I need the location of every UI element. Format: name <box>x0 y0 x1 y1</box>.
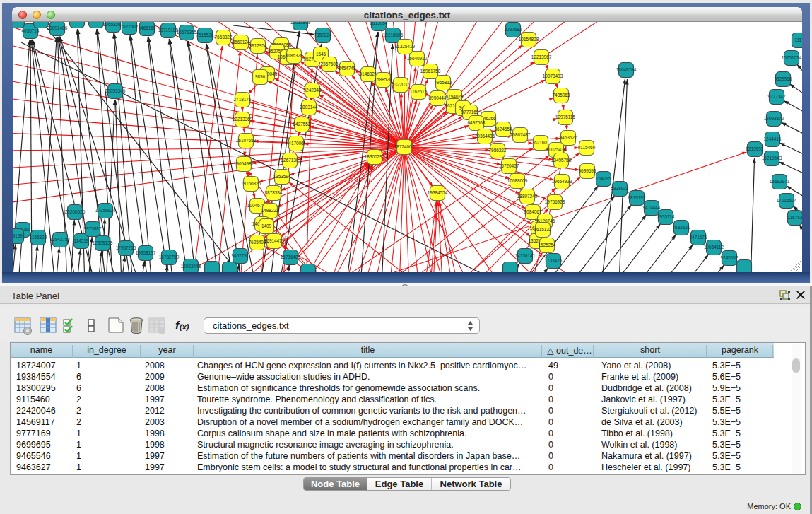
svg-text:12505135: 12505135 <box>93 240 113 245</box>
svg-text:19166825: 19166825 <box>241 181 261 186</box>
svg-text:20891406: 20891406 <box>47 25 68 30</box>
svg-text:2803144: 2803144 <box>300 105 318 110</box>
svg-text:3624554: 3624554 <box>495 127 512 132</box>
svg-text:15716485: 15716485 <box>281 255 301 259</box>
svg-text:1353594: 1353594 <box>273 174 291 179</box>
svg-text:12975115: 12975115 <box>555 115 575 119</box>
svg-text:7485063: 7485063 <box>553 93 570 98</box>
svg-text:2087682: 2087682 <box>505 27 522 32</box>
svg-text:8454749: 8454749 <box>339 66 356 71</box>
svg-text:8660124: 8660124 <box>233 40 250 45</box>
svg-text:19654923: 19654923 <box>552 179 572 184</box>
svg-text:8990444: 8990444 <box>429 95 447 100</box>
svg-text:8186328: 8186328 <box>286 53 303 58</box>
svg-text:12213369: 12213369 <box>233 117 253 122</box>
svg-text:5322037: 5322037 <box>392 82 410 87</box>
svg-text:12923448: 12923448 <box>181 264 201 269</box>
svg-text:1615132: 1615132 <box>534 227 552 232</box>
svg-text:15751074: 15751074 <box>782 55 802 60</box>
svg-text:164095: 164095 <box>596 176 611 181</box>
svg-text:12942757: 12942757 <box>50 237 71 242</box>
svg-text:10654112: 10654112 <box>704 245 724 250</box>
svg-text:10025438: 10025438 <box>546 147 567 152</box>
svg-text:1588520: 1588520 <box>375 77 392 82</box>
svg-text:4055714: 4055714 <box>22 28 40 33</box>
svg-text:10688609: 10688609 <box>507 178 528 183</box>
svg-text:9896: 9896 <box>255 74 266 79</box>
svg-text:12213967: 12213967 <box>531 54 552 59</box>
svg-text:39159: 39159 <box>13 233 23 238</box>
svg-text:15720407: 15720407 <box>499 163 519 168</box>
svg-text:8471676: 8471676 <box>690 235 707 240</box>
svg-text:1409: 1409 <box>261 223 272 228</box>
svg-text:8215953: 8215953 <box>746 146 764 151</box>
svg-text:17016504: 17016504 <box>777 198 797 203</box>
svg-text:9463627: 9463627 <box>560 135 577 140</box>
svg-text:19384554: 19384554 <box>428 190 448 195</box>
svg-text:114519: 114519 <box>74 238 89 243</box>
svg-text:19958137: 19958137 <box>136 250 156 255</box>
svg-text:16782759: 16782759 <box>159 255 180 259</box>
svg-text:11325419: 11325419 <box>395 44 415 49</box>
svg-text:1498222: 1498222 <box>261 208 279 213</box>
svg-text:1525254: 1525254 <box>539 243 556 247</box>
svg-text:7955812: 7955812 <box>435 80 452 85</box>
svg-text:5938923: 5938923 <box>611 186 629 191</box>
svg-text:1546: 1546 <box>316 52 326 57</box>
svg-text:16640910: 16640910 <box>407 56 428 61</box>
svg-text:16961758: 16961758 <box>420 69 441 74</box>
svg-text:16107553: 16107553 <box>236 138 257 143</box>
svg-text:1527602: 1527602 <box>121 24 139 29</box>
svg-text:10719185: 10719185 <box>158 28 179 33</box>
svg-text:6497568: 6497568 <box>468 120 486 125</box>
svg-text:10154808: 10154808 <box>519 37 539 42</box>
svg-text:15692971: 15692971 <box>770 179 790 184</box>
svg-text:62160: 62160 <box>534 140 547 145</box>
svg-text:8878334: 8878334 <box>265 190 283 195</box>
svg-text:19756928: 19756928 <box>545 199 565 204</box>
svg-text:8427552: 8427552 <box>293 122 311 127</box>
svg-text:10807487: 10807487 <box>510 132 531 137</box>
svg-text:17359924: 17359924 <box>95 208 116 213</box>
svg-text:7632621: 7632621 <box>673 225 690 230</box>
svg-text:9245052: 9245052 <box>721 255 739 260</box>
svg-text:9146821: 9146821 <box>360 71 377 76</box>
svg-text:9975887: 9975887 <box>84 226 102 231</box>
svg-text:18300295: 18300295 <box>365 154 385 159</box>
svg-text:2935114: 2935114 <box>657 214 675 219</box>
svg-text:1733426: 1733426 <box>545 258 563 263</box>
svg-text:9457791: 9457791 <box>232 253 249 258</box>
svg-text:18807249: 18807249 <box>517 194 538 199</box>
svg-text:19654982: 19654982 <box>234 161 254 166</box>
svg-text:7986322: 7986322 <box>489 148 507 153</box>
svg-text:3912954: 3912954 <box>249 43 267 48</box>
svg-text:16671355: 16671355 <box>177 30 197 35</box>
svg-text:2718176: 2718176 <box>234 97 252 102</box>
svg-text:417006: 417006 <box>288 141 304 146</box>
svg-text:16033809: 16033809 <box>290 22 311 25</box>
svg-text:1156829: 1156829 <box>30 235 47 240</box>
svg-text:17957255: 17957255 <box>116 245 136 250</box>
svg-text:1244415: 1244415 <box>764 136 782 141</box>
svg-text:14136141: 14136141 <box>515 253 536 258</box>
svg-text:9227342: 9227342 <box>768 94 786 99</box>
svg-text:9329966: 9329966 <box>775 76 792 81</box>
svg-text:9699695: 9699695 <box>579 168 596 173</box>
svg-text:9777169: 9777169 <box>461 110 479 115</box>
svg-text:8813054: 8813054 <box>370 22 388 25</box>
svg-text:2367608: 2367608 <box>321 62 339 66</box>
svg-text:13495758: 13495758 <box>551 158 572 163</box>
svg-text:20206526: 20206526 <box>65 209 86 214</box>
svg-text:10973493: 10973493 <box>543 74 563 78</box>
svg-text:6879197: 6879197 <box>628 195 646 200</box>
svg-text:7357224: 7357224 <box>314 33 332 37</box>
svg-text:116753: 116753 <box>788 215 802 220</box>
svg-text:1117: 1117 <box>794 37 802 42</box>
svg-text:9084067: 9084067 <box>524 209 542 214</box>
svg-text:7663822: 7663822 <box>215 35 233 40</box>
svg-text:9474444: 9474444 <box>643 205 661 210</box>
svg-text:9115460: 9115460 <box>578 145 596 150</box>
svg-text:6466160: 6466160 <box>139 25 156 30</box>
svg-text:16210643: 16210643 <box>762 156 782 160</box>
svg-text:3267130: 3267130 <box>281 158 299 163</box>
